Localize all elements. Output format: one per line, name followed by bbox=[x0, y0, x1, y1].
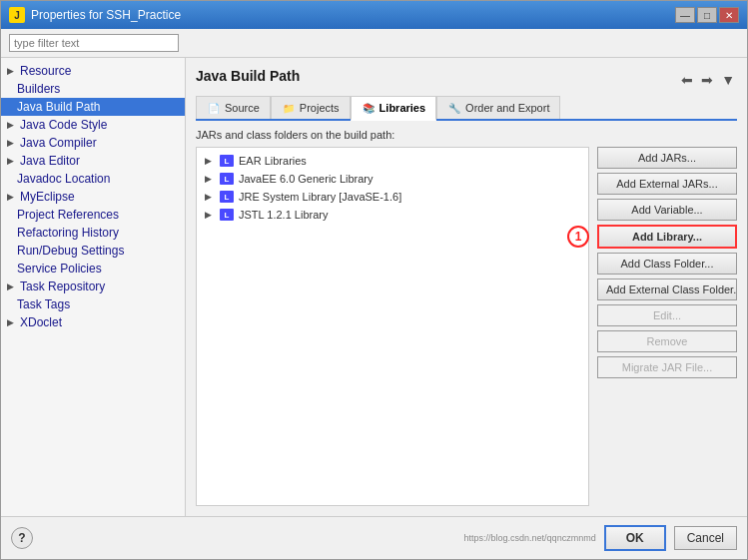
expand-arrow-icon: ▶ bbox=[7, 66, 14, 76]
tree-item-javaee[interactable]: ▶ L JavaEE 6.0 Generic Library bbox=[201, 170, 584, 188]
nav-forward-button[interactable]: ➡ bbox=[699, 70, 715, 90]
tree-item-label: EAR Libraries bbox=[239, 155, 307, 167]
expand-arrow-icon: ▶ bbox=[7, 156, 14, 166]
remove-button[interactable]: Remove bbox=[597, 330, 737, 352]
nav-back-button[interactable]: ⬅ bbox=[679, 70, 695, 90]
add-jars-button[interactable]: Add JARs... bbox=[597, 147, 737, 169]
expand-arrow-icon: ▶ bbox=[7, 317, 14, 327]
tab-source-label: Source bbox=[225, 102, 260, 114]
tab-source[interactable]: 📄 Source bbox=[196, 96, 271, 119]
sidebar-item-label: Service Policies bbox=[17, 262, 102, 276]
tree-arrow-icon: ▶ bbox=[205, 174, 215, 184]
sidebar-item-refactoring-history[interactable]: Refactoring History bbox=[1, 224, 185, 242]
sidebar-item-task-repository[interactable]: ▶ Task Repository bbox=[1, 278, 185, 295]
sidebar-item-resource[interactable]: ▶ Resource bbox=[1, 62, 185, 80]
library-icon: L bbox=[219, 172, 235, 186]
tab-libraries[interactable]: 📚 Libraries bbox=[351, 96, 436, 121]
title-buttons: — □ ✕ bbox=[675, 7, 739, 23]
nav-menu-button[interactable]: ▼ bbox=[719, 70, 737, 90]
sidebar-item-label: XDoclet bbox=[20, 315, 62, 329]
footer-right: https://blog.csdn.net/qqnczmnmd OK Cance… bbox=[464, 525, 737, 551]
minimize-button[interactable]: — bbox=[675, 7, 695, 23]
cancel-button[interactable]: Cancel bbox=[674, 526, 737, 550]
expand-arrow-icon: ▶ bbox=[7, 192, 14, 202]
tree-arrow-icon: ▶ bbox=[205, 156, 215, 166]
sidebar-item-run-debug-settings[interactable]: Run/Debug Settings bbox=[1, 242, 185, 260]
tree-item-label: JavaEE 6.0 Generic Library bbox=[239, 173, 374, 185]
sidebar-item-java-compiler[interactable]: ▶ Java Compiler bbox=[1, 134, 185, 152]
maximize-button[interactable]: □ bbox=[697, 7, 717, 23]
sidebar-item-label: Javadoc Location bbox=[17, 172, 110, 186]
edit-button[interactable]: Edit... bbox=[597, 304, 737, 326]
sidebar-item-xdoclet[interactable]: ▶ XDoclet bbox=[1, 313, 185, 331]
panel-header: Java Build Path ⬅ ➡ ▼ bbox=[196, 68, 737, 92]
sidebar-item-project-references[interactable]: Project References bbox=[1, 206, 185, 224]
footer-url: https://blog.csdn.net/qqnczmnmd bbox=[464, 533, 596, 543]
expand-arrow-icon: ▶ bbox=[7, 138, 14, 148]
add-library-row: Add Library... 1 bbox=[597, 225, 737, 249]
filter-input[interactable] bbox=[9, 34, 179, 52]
sidebar-item-label: Java Editor bbox=[20, 154, 80, 168]
panel-title: Java Build Path bbox=[196, 68, 300, 84]
tree-item-label: JRE System Library [JavaSE-1.6] bbox=[239, 191, 401, 203]
ok-button[interactable]: OK bbox=[604, 525, 666, 551]
sidebar-item-label: Project References bbox=[17, 208, 119, 222]
sidebar-item-myeclipse[interactable]: ▶ MyEclipse bbox=[1, 188, 185, 206]
tree-item-label: JSTL 1.2.1 Library bbox=[239, 209, 328, 221]
tree-panel: ▶ L EAR Libraries ▶ L JavaEE 6.0 Generic… bbox=[196, 147, 589, 506]
sidebar-item-task-tags[interactable]: Task Tags bbox=[1, 295, 185, 313]
sidebar-item-label: Java Code Style bbox=[20, 118, 107, 132]
sidebar-item-label: Builders bbox=[17, 82, 60, 96]
tree-item-jre[interactable]: ▶ L JRE System Library [JavaSE-1.6] bbox=[201, 188, 584, 206]
buttons-panel: Add JARs... Add External JARs... Add Var… bbox=[597, 147, 737, 506]
tree-arrow-icon: ▶ bbox=[205, 210, 215, 220]
sidebar-item-java-build-path[interactable]: Java Build Path bbox=[1, 98, 185, 116]
source-tab-icon: 📄 bbox=[207, 101, 221, 115]
tab-projects-label: Projects bbox=[300, 102, 340, 114]
content-area: ▶ Resource Builders Java Build Path ▶ Ja… bbox=[1, 29, 747, 516]
sidebar-item-javadoc-location[interactable]: Javadoc Location bbox=[1, 170, 185, 188]
order-export-tab-icon: 🔧 bbox=[447, 101, 461, 115]
sidebar-item-service-policies[interactable]: Service Policies bbox=[1, 260, 185, 278]
sidebar-item-java-editor[interactable]: ▶ Java Editor bbox=[1, 152, 185, 170]
add-variable-button[interactable]: Add Variable... bbox=[597, 199, 737, 221]
tab-order-export[interactable]: 🔧 Order and Export bbox=[436, 96, 560, 119]
expand-arrow-icon: ▶ bbox=[7, 281, 14, 291]
help-button[interactable]: ? bbox=[11, 527, 33, 549]
sidebar-item-label: MyEclipse bbox=[20, 190, 75, 204]
description-text: JARs and class folders on the build path… bbox=[196, 129, 737, 141]
properties-window: J Properties for SSH_Practice — □ ✕ ▶ Re… bbox=[0, 0, 748, 560]
library-icon: L bbox=[219, 190, 235, 204]
sidebar-item-java-code-style[interactable]: ▶ Java Code Style bbox=[1, 116, 185, 134]
sidebar-item-label: Run/Debug Settings bbox=[17, 244, 124, 258]
right-panel: Java Build Path ⬅ ➡ ▼ 📄 Source 📁 bbox=[186, 58, 747, 516]
close-button[interactable]: ✕ bbox=[719, 7, 739, 23]
filter-bar bbox=[1, 29, 747, 58]
add-library-button[interactable]: Add Library... bbox=[597, 225, 737, 249]
tab-order-export-label: Order and Export bbox=[465, 102, 549, 114]
add-external-class-folder-button[interactable]: Add External Class Folder... bbox=[597, 279, 737, 300]
sidebar: ▶ Resource Builders Java Build Path ▶ Ja… bbox=[1, 58, 186, 516]
tab-projects[interactable]: 📁 Projects bbox=[271, 96, 351, 119]
sidebar-item-label: Task Repository bbox=[20, 280, 105, 293]
tree-item-ear[interactable]: ▶ L EAR Libraries bbox=[201, 152, 584, 170]
sidebar-item-builders[interactable]: Builders bbox=[1, 80, 185, 98]
badge-1: 1 bbox=[567, 226, 589, 248]
title-bar-left: J Properties for SSH_Practice bbox=[9, 7, 181, 23]
sidebar-item-label: Refactoring History bbox=[17, 226, 119, 240]
migrate-jar-button[interactable]: Migrate JAR File... bbox=[597, 356, 737, 378]
tree-item-jstl[interactable]: ▶ L JSTL 1.2.1 Library bbox=[201, 206, 584, 224]
tree-panel-wrapper: ▶ L EAR Libraries ▶ L JavaEE 6.0 Generic… bbox=[196, 147, 589, 506]
tabs-bar: 📄 Source 📁 Projects 📚 Libraries 🔧 Order … bbox=[196, 96, 737, 121]
sidebar-item-label: Resource bbox=[20, 64, 71, 78]
projects-tab-icon: 📁 bbox=[282, 101, 296, 115]
library-icon: L bbox=[219, 208, 235, 222]
main-content: ▶ Resource Builders Java Build Path ▶ Ja… bbox=[1, 58, 747, 516]
expand-arrow-icon: ▶ bbox=[7, 120, 14, 130]
tab-libraries-label: Libraries bbox=[379, 102, 425, 114]
add-external-jars-button[interactable]: Add External JARs... bbox=[597, 173, 737, 195]
add-class-folder-button[interactable]: Add Class Folder... bbox=[597, 253, 737, 275]
title-bar: J Properties for SSH_Practice — □ ✕ bbox=[1, 1, 747, 29]
panel-body: ▶ L EAR Libraries ▶ L JavaEE 6.0 Generic… bbox=[196, 147, 737, 506]
sidebar-item-label: Java Build Path bbox=[17, 100, 100, 114]
